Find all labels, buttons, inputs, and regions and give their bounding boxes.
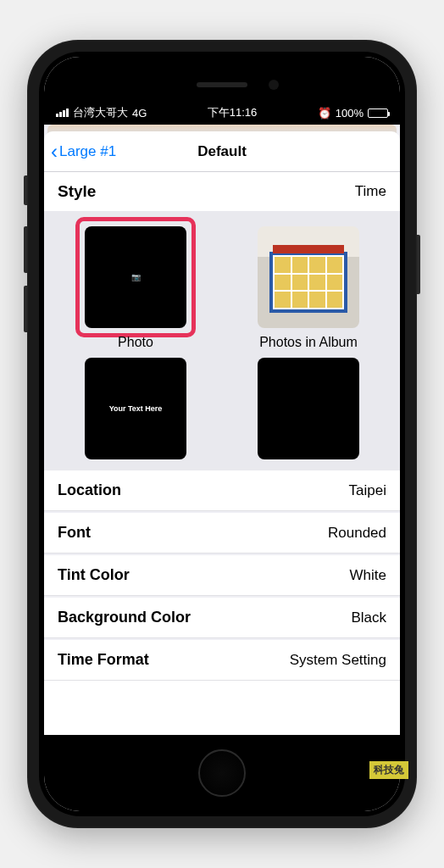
style-thumb-photo: 📷	[85, 226, 186, 328]
setting-label: Time Format	[58, 651, 149, 669]
style-option-label: Photos in Album	[259, 335, 358, 350]
style-label: Style	[58, 182, 96, 201]
volume-down-button	[24, 286, 27, 332]
clock-time: 下午11:16	[208, 105, 258, 120]
home-button[interactable]	[198, 749, 246, 797]
setting-row-location[interactable]: Location Taipei	[44, 470, 400, 511]
speaker-grill	[197, 82, 247, 87]
style-option-photos-in-album[interactable]: Photos in Album	[222, 223, 395, 354]
battery-icon	[368, 108, 388, 118]
chevron-left-icon: ‹	[51, 140, 58, 164]
style-option-blank[interactable]	[222, 354, 395, 470]
setting-value: System Setting	[290, 652, 386, 669]
bottom-bezel	[44, 735, 400, 811]
setting-row-time-format[interactable]: Time Format System Setting	[44, 640, 400, 681]
setting-row-font[interactable]: Font Rounded	[44, 513, 400, 554]
network-label: 4G	[132, 107, 147, 120]
setting-value: White	[350, 567, 386, 584]
front-camera	[269, 80, 279, 90]
photo-icon: 📷	[131, 273, 141, 281]
settings-sheet: ‹ Large #1 Default Style Time	[44, 131, 400, 735]
back-button[interactable]: ‹ Large #1	[44, 140, 116, 164]
style-option-photo[interactable]: 📷 Photo	[49, 223, 222, 354]
setting-label: Font	[58, 524, 91, 542]
phone-frame: 台湾大哥大 4G 下午11:16 ⏰ 100% ‹	[27, 40, 417, 828]
battery-pct: 100%	[336, 107, 364, 120]
setting-row-background-color[interactable]: Background Color Black	[44, 598, 400, 638]
style-thumb-album	[258, 226, 359, 328]
content-area: ‹ Large #1 Default Style Time	[44, 125, 400, 735]
alarm-icon: ⏰	[318, 107, 331, 120]
style-option-custom-text[interactable]: Your Text Here	[49, 354, 222, 470]
style-thumb-blank	[258, 358, 359, 459]
watermark: 科技兔	[369, 761, 408, 779]
style-row[interactable]: Style Time	[44, 172, 400, 211]
mute-switch	[24, 175, 27, 205]
carrier-label: 台湾大哥大	[73, 105, 128, 120]
setting-row-tint-color[interactable]: Tint Color White	[44, 555, 400, 596]
style-grid: 📷 Photo Photos in Album	[44, 211, 400, 470]
setting-label: Tint Color	[58, 566, 130, 584]
status-bar: 台湾大哥大 4G 下午11:16 ⏰ 100%	[44, 103, 400, 125]
style-thumb-text: Your Text Here	[85, 358, 186, 459]
settings-list: Location Taipei Font Rounded Tint Color …	[44, 470, 400, 681]
style-option-label: Photo	[118, 335, 153, 350]
thumb-text-label: Your Text Here	[109, 404, 163, 413]
setting-label: Location	[58, 481, 121, 499]
volume-up-button	[24, 226, 27, 273]
back-label: Large #1	[59, 143, 116, 160]
setting-label: Background Color	[58, 609, 191, 626]
setting-value: Rounded	[328, 525, 386, 542]
top-bezel: 台湾大哥大 4G 下午11:16 ⏰ 100%	[44, 57, 400, 125]
style-value: Time	[355, 183, 386, 200]
signal-icon	[56, 108, 69, 117]
setting-value: Taipei	[349, 482, 386, 499]
power-button	[417, 235, 420, 294]
setting-value: Black	[351, 609, 386, 626]
nav-header: ‹ Large #1 Default	[44, 131, 400, 172]
nav-title: Default	[197, 143, 247, 160]
